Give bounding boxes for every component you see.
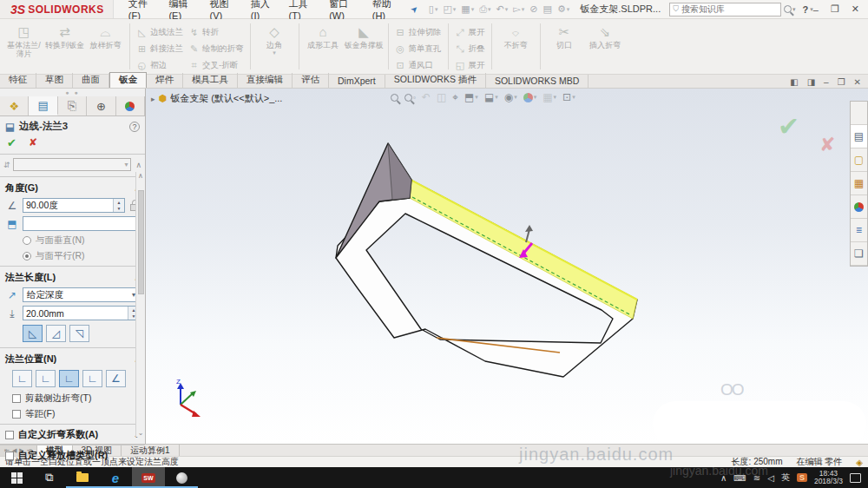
confirm-ok-button[interactable]: ✔: [778, 111, 799, 142]
insert-bends-button[interactable]: ⇘插入折弯: [585, 22, 626, 49]
options-button[interactable]: ⚙▾: [556, 3, 571, 16]
angle-section-header[interactable]: 角度(G) ∧: [0, 179, 145, 196]
confirm-cancel-button[interactable]: ✘: [819, 134, 835, 156]
jog-button[interactable]: ↯转折: [186, 24, 247, 40]
wifi-icon[interactable]: ≋: [753, 473, 760, 483]
material-inside-button[interactable]: ∟: [12, 370, 32, 387]
edit-appearance-button[interactable]: ▾: [523, 93, 537, 102]
hem-button[interactable]: ◵褶边: [134, 57, 186, 73]
print-button[interactable]: ⎙▾: [477, 3, 492, 16]
offset-option[interactable]: 等距(F): [0, 406, 145, 422]
panel-splitter-handle[interactable]: ● ●: [0, 89, 145, 96]
apply-scene-button[interactable]: ▦▾: [542, 91, 556, 103]
tab-sheet-metal[interactable]: 钣金: [109, 72, 147, 88]
minimize-button[interactable]: –: [813, 4, 819, 15]
file-explorer-app[interactable]: [66, 467, 99, 488]
edge-profile-combo[interactable]: ▾: [13, 158, 132, 171]
miter-flange-button[interactable]: ⊞斜接法兰: [134, 41, 186, 56]
hide-show-items-button[interactable]: ◉▾: [504, 91, 517, 103]
appearances-tab[interactable]: [851, 195, 867, 219]
other-app[interactable]: [165, 467, 198, 488]
3d-viewport-canvas[interactable]: Z: [146, 89, 868, 444]
task-view-button[interactable]: ⧉: [33, 467, 66, 488]
tab-feature-manager[interactable]: ❖: [0, 96, 29, 115]
doc-prev-icon[interactable]: ◧: [790, 77, 798, 87]
solidworks-app[interactable]: SW: [132, 467, 165, 488]
extruded-cut-button[interactable]: ⊟拉伸切除: [392, 24, 444, 40]
doc-close-button[interactable]: ✕: [854, 77, 861, 87]
sketched-bend-button[interactable]: ✎绘制的折弯: [186, 41, 247, 56]
cancel-button[interactable]: ✘: [29, 136, 37, 149]
file-properties-button[interactable]: ▤: [542, 3, 554, 16]
sogou-tray-icon[interactable]: S: [797, 473, 807, 482]
tab-evaluate[interactable]: 评估: [293, 73, 329, 88]
outer-virtual-sharp-button[interactable]: ◺: [23, 325, 43, 342]
angle-spinner[interactable]: ▲▼: [113, 199, 124, 212]
panel-scrollbar[interactable]: ∧ ⌄: [135, 172, 145, 437]
gusset-button[interactable]: ◣钣金角撑板: [344, 22, 385, 49]
edge-app[interactable]: e: [99, 467, 132, 488]
tab-display-manager[interactable]: [116, 96, 145, 115]
forming-tool-button[interactable]: ⌂成形工具: [303, 22, 344, 49]
forum-tab[interactable]: ❏: [851, 242, 867, 266]
tab-weldments[interactable]: 焊件: [147, 73, 183, 88]
language-indicator[interactable]: 英: [781, 472, 790, 484]
flatten-button[interactable]: ◱展开: [452, 57, 488, 73]
material-outside-button[interactable]: ∟: [36, 370, 56, 387]
action-center-icon[interactable]: [850, 473, 861, 483]
panel-scroll-up-icon[interactable]: ∧: [135, 161, 141, 169]
doc-minimize-button[interactable]: –: [824, 77, 829, 87]
flange-length-section-header[interactable]: 法兰长度(L) ∧: [0, 268, 145, 286]
scroll-up-icon[interactable]: ∧: [138, 172, 143, 180]
zoom-area-button[interactable]: ▫: [404, 94, 416, 102]
graphics-viewport[interactable]: Z ▸ ⬢ 钣金支架 (默认<<默认>_... ▫ ↶ ◫ ⌖ ⬒▾ ⬓: [146, 89, 868, 444]
tab-sketch[interactable]: 草图: [36, 73, 73, 88]
select-button[interactable]: ▻▾: [511, 3, 526, 16]
tab-features[interactable]: 特征: [0, 73, 36, 88]
tab-surfaces[interactable]: 曲面: [73, 73, 109, 88]
tab-property-manager[interactable]: ▤: [29, 96, 57, 115]
tab-sw-mbd[interactable]: SOLIDWORKS MBD: [486, 75, 589, 88]
normal-to-face-option[interactable]: 与面垂直(N): [0, 233, 145, 248]
bend-from-virtual-sharp-button[interactable]: ∟: [82, 370, 102, 387]
rip-button[interactable]: ✂切口: [544, 22, 585, 49]
angle-input[interactable]: [23, 199, 113, 212]
undo-button[interactable]: ↶▾: [495, 3, 510, 16]
convert-to-sheetmetal-button[interactable]: ⇄转换到钣金: [44, 22, 85, 49]
unfold-button[interactable]: ⤢展开: [452, 24, 488, 40]
flange-position-section-header[interactable]: 法兰位置(N) ∧: [0, 350, 145, 367]
tab-direct-editing[interactable]: 直接编辑: [238, 73, 293, 88]
end-condition-dropdown[interactable]: 给定深度 ▾: [23, 287, 140, 302]
custom-properties-tab[interactable]: ≡: [851, 219, 867, 242]
start-button[interactable]: [0, 467, 33, 488]
cross-break-button[interactable]: ⌗交叉-折断: [186, 57, 247, 73]
measure-button[interactable]: ⌖: [452, 91, 458, 103]
fold-button[interactable]: ⤡折叠: [452, 41, 488, 56]
base-flange-button[interactable]: ◳基体法兰/薄片: [3, 22, 44, 58]
scrollbar-thumb[interactable]: [138, 190, 144, 294]
tangent-to-bend-button[interactable]: ∠: [106, 370, 126, 387]
tab-dimxpert[interactable]: DimXpert: [329, 75, 385, 88]
knowledge-search-box[interactable]: ⛉: [669, 3, 781, 16]
custom-bend-allowance-section[interactable]: 自定义折弯系数(A) ⌄: [0, 426, 145, 443]
section-view-button[interactable]: ◫: [437, 91, 446, 103]
corner-button[interactable]: ◇边角▾: [254, 22, 295, 56]
search-submit[interactable]: ▾: [784, 5, 796, 13]
inner-virtual-sharp-button[interactable]: ◿: [46, 325, 66, 342]
pm-help-icon[interactable]: ?: [129, 122, 140, 132]
volume-icon[interactable]: ◁: [767, 473, 774, 483]
tray-expand-icon[interactable]: ∧: [720, 473, 727, 483]
no-bends-button[interactable]: ⌔不折弯: [496, 22, 536, 49]
clock[interactable]: 18:43 2018/3/3: [814, 470, 843, 485]
vent-button[interactable]: ⊡通风口: [392, 57, 444, 73]
edge-flange-button[interactable]: ◺边线法兰: [134, 24, 186, 40]
bend-outside-button[interactable]: ∟: [59, 370, 79, 387]
save-button[interactable]: ▦▾: [459, 3, 476, 16]
tab-sw-addins[interactable]: SOLIDWORKS 插件: [385, 73, 486, 88]
search-input[interactable]: [681, 4, 778, 14]
selected-edge[interactable]: [411, 180, 637, 300]
simple-hole-button[interactable]: ◎简单直孔: [392, 41, 444, 56]
previous-view-button[interactable]: ↶: [422, 91, 431, 103]
help-button[interactable]: ?: [803, 4, 809, 15]
close-button[interactable]: ✕: [852, 3, 859, 15]
